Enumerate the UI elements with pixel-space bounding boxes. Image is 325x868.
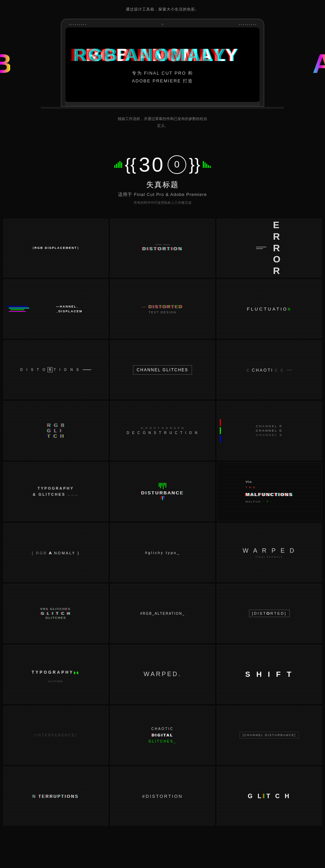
side-rgb-left: GB [0, 48, 10, 79]
tile-distorted-bracket: [DISTORTED] [217, 584, 322, 643]
tile-17-text: #GLICHY TYPO_ [145, 551, 180, 555]
tile-warped2: WARPED. [110, 645, 215, 704]
tile-9-text: C CHAOTI C C [247, 367, 292, 373]
counter-note: 所有的样件均可使用鼠标上工作像完成 [0, 200, 325, 205]
tile-25-text: (INTERFERENCE) [34, 733, 77, 737]
tile-7-text: D I S T O R T I O N S [20, 367, 91, 372]
bracket-close: }} [189, 155, 200, 174]
side-rgb-right: AL [312, 48, 325, 79]
tile-distortions: D I S T O R T I O N S [3, 340, 108, 399]
tile-19-text: VHS GLITCHES G L I T C H GLITCHES [40, 607, 71, 619]
tile-rgb-alteration: #RGB_ALTERATION_ [110, 584, 215, 643]
tile-grid: （RGB DISPLACEMENT） DISTORTION [3, 219, 322, 826]
tile-error: ERROR [217, 219, 322, 278]
tile-channel-rgb: CHANNEL R CHANNEL G CHANNEL B [217, 401, 322, 460]
tile-18-text: W A R P E D FINAL ANOMALY [243, 547, 296, 558]
tile-20-text: #RGB_ALTERATION_ [140, 612, 185, 615]
tile-4-text: —HANNEL__DISPLACEM [53, 301, 86, 317]
tile-24-text: S H I F T [245, 670, 293, 679]
tile-10-text: R G B G L I T C H [47, 422, 65, 439]
hero-description: 独旅工作流程，并通过屏幕控件和已发布的参数轻松自 定义。 [0, 116, 325, 129]
tile-rgb-displacement: （RGB DISPLACEMENT） [3, 219, 108, 278]
counter-display: {{ 30 0 }} [0, 153, 325, 176]
tile-3-content: ERROR [256, 219, 283, 276]
tile-chaotic: C CHAOTI C C [217, 340, 322, 399]
tile-typography2: TYPOGRAPHY▮▮ GLITCHED [3, 645, 108, 704]
tile-chaotic-digital: CHAOTIC DIGITAL GLITCHES_ [110, 706, 215, 765]
tile-interruptions: N TERRUPTIONS [3, 767, 108, 826]
tile-disturbance: DISTURBANCE [110, 462, 215, 521]
tile-deconstruction: G_P H O T O G R A P H D E C O N S T R U … [110, 401, 215, 460]
tile-16-text: [ RGB A NOMALY ] [32, 550, 80, 556]
tile-22-text: TYPOGRAPHY▮▮ GLITCHED [28, 666, 83, 683]
hero-subtitle: 专为 FINAL CUT PRO 和 ADOBE PREMIERE 打造 [72, 69, 253, 85]
tile-malfunctions: Via T H E MALFUNCTIONS MALPUN ·· T · [217, 462, 322, 521]
tile-12-text: CHANNEL R CHANNEL G CHANNEL B [252, 421, 286, 440]
grid-section: （RGB DISPLACEMENT） DISTORTION [0, 212, 325, 832]
counter-section: {{ 30 0 }} 失真标题 适用于 Final Cut Pro & Adob… [0, 139, 325, 212]
counter-bars-right [203, 161, 211, 168]
counter-title: 失真标题 [0, 180, 325, 190]
laptop-mockup: RGB ANOMALY 专为 FINAL CUT PRO 和 ADOBE PRE… [61, 19, 264, 109]
tile-typography-glitches: TYPOGRAPHY& GLITCHES ——— [3, 462, 108, 521]
tile-15-text: Via T H E MALFUNCTIONS MALPUN ·· T · [246, 479, 293, 505]
tile-distorted-text: ·· DISTORTED TEXT DESIGN [110, 279, 215, 338]
tile-6-text: FLUCTUATION [247, 306, 292, 312]
counter-bars-left [114, 161, 122, 168]
tile-13-text: TYPOGRAPHY& GLITCHES ——— [29, 482, 82, 501]
tile-28-text: N TERRUPTIONS [33, 793, 79, 799]
tile-channel-displacement: —HANNEL__DISPLACEM [3, 279, 108, 338]
hero-top-text: 通过设计工具箱，探索大小生活的色彩。 [0, 7, 325, 12]
counter-subtitle: 适用于 Final Cut Pro & Adobe Premiere [0, 192, 325, 198]
tile-29-text: #DISTORTION [142, 794, 183, 799]
tile-14-text: DISTURBANCE [141, 483, 184, 500]
laptop-screen: RGB ANOMALY 专为 FINAL CUT PRO 和 ADOBE PRE… [65, 27, 260, 102]
tile-26-text: CHAOTIC DIGITAL GLITCHES_ [149, 726, 177, 745]
tile-rgb-multi: R G B G L I T C H [3, 401, 108, 460]
tile-channel-glitches: CHANNEL GLITCHES [110, 340, 215, 399]
counter-circle: 0 [168, 155, 186, 174]
hero-title: RGB ANOMALY [72, 45, 253, 65]
tile-11-text: G_P H O T O G R A P H D E C O N S T R U … [127, 427, 198, 435]
tile-shift: S H I F T [217, 645, 322, 704]
tile-glitch-final: G LIT C H [217, 767, 322, 826]
bracket-open: {{ [125, 155, 136, 174]
tile-23-text: WARPED. [144, 671, 181, 678]
tile-8-text: CHANNEL GLITCHES [133, 365, 192, 375]
tile-fluctuation: FLUCTUATION [217, 279, 322, 338]
tile-30-text: G LIT C H [248, 793, 291, 800]
hero-section: 通过设计工具箱，探索大小生活的色彩。 GB AL [0, 0, 325, 139]
tile-warped: W A R P E D FINAL ANOMALY [217, 523, 322, 582]
tile-hash-distortion: #DISTORTION [110, 767, 215, 826]
tile-27-text: [CHANNEL DISTURBANCE] [240, 732, 299, 738]
tile-2-text: DISTORTION [142, 246, 183, 251]
tile-small-rgb: VHS GLITCHES G L I T C H GLITCHES [3, 584, 108, 643]
tile-glichy-typo: #GLICHY TYPO_ [110, 523, 215, 582]
tile-interference: (INTERFERENCE) [3, 706, 108, 765]
tile-distortion: DISTORTION [110, 219, 215, 278]
tile-5-subtext: TEXT DESIGN [142, 311, 183, 314]
tile-rgb-anomaly: [ RGB A NOMALY ] [3, 523, 108, 582]
tile-21-text: [DISTORTED] [249, 610, 290, 617]
tile-5-text: ·· DISTORTED [142, 304, 183, 309]
counter-number: 30 [139, 153, 165, 176]
tile-1-text: （RGB DISPLACEMENT） [27, 242, 84, 254]
tile-channel-disturbance: [CHANNEL DISTURBANCE] [217, 706, 322, 765]
